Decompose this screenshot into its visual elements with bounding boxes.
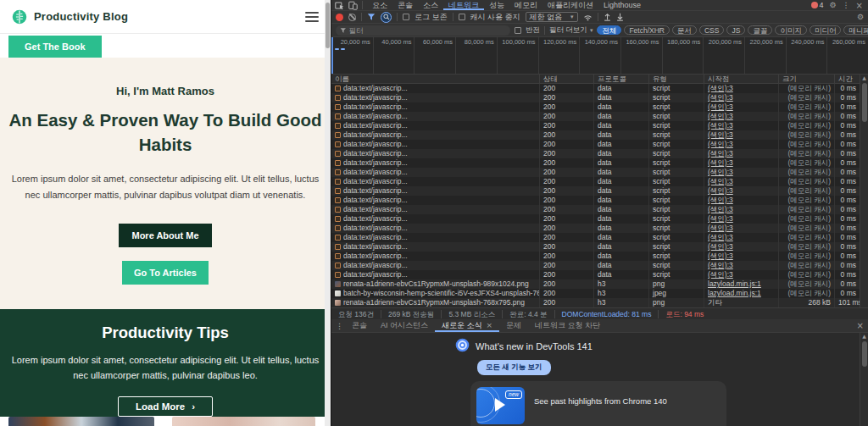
initiator-link[interactable]: (색인):3 (708, 168, 733, 176)
network-conditions-icon[interactable] (583, 13, 593, 21)
filter-chip[interactable]: 글꼴 (748, 25, 772, 35)
clear-network-log-icon[interactable] (348, 14, 356, 21)
see-all-features-button[interactable]: 모든 새 기능 보기 (477, 360, 551, 375)
initiator-link[interactable]: (색인):3 (708, 205, 733, 213)
network-request-row[interactable]: data:text/javascrip...200datascript(색인):… (331, 140, 860, 149)
network-request-row[interactable]: data:text/javascrip...200datascript(색인):… (331, 186, 860, 196)
drawer-tab[interactable]: 문제 (499, 319, 528, 332)
network-request-row[interactable]: data:text/javascrip...200datascript(색인):… (331, 270, 860, 279)
column-header[interactable]: 상태 (540, 75, 594, 83)
column-header[interactable]: 크기 (779, 75, 835, 83)
initiator-link[interactable]: (색인):3 (708, 214, 733, 223)
initiator-link[interactable]: (색인):3 (708, 242, 733, 251)
settings-gear-icon[interactable]: ⚙ (830, 1, 837, 9)
initiator-link[interactable]: (색인):3 (708, 130, 733, 139)
filter-chip[interactable]: 미디어 (810, 25, 842, 35)
disable-cache-checkbox[interactable] (459, 14, 465, 20)
network-request-row[interactable]: data:text/javascrip...200datascript(색인):… (331, 205, 860, 214)
drawer-tab[interactable]: AI 어시스턴스 (374, 319, 435, 332)
initiator-link[interactable]: (색인):3 (708, 186, 733, 195)
filter-chip[interactable]: 매니페스트 (843, 25, 868, 35)
devtools-tab[interactable]: 메모리 (509, 0, 542, 10)
initiator-link[interactable]: (색인):3 (708, 233, 733, 241)
article-thumbnail[interactable] (172, 417, 315, 426)
search-icon[interactable] (381, 12, 392, 23)
network-request-row[interactable]: data:text/javascrip...200datascript(색인):… (331, 158, 860, 168)
initiator-link[interactable]: (색인):3 (708, 224, 733, 232)
network-request-row[interactable]: data:text/javascrip...200datascript(색인):… (331, 214, 860, 224)
preserve-log-checkbox[interactable] (403, 14, 409, 20)
initiator-link[interactable]: (색인):3 (708, 270, 733, 279)
filter-input-box[interactable] (336, 25, 510, 36)
scroll-up-icon[interactable]: ▲ (860, 333, 868, 340)
initiator-link[interactable]: (색인):3 (708, 84, 733, 92)
invert-filter-checkbox[interactable] (515, 27, 521, 34)
devtools-tab[interactable]: 소스 (418, 0, 443, 10)
column-header[interactable]: 유형 (649, 75, 704, 83)
network-request-row[interactable]: data:text/javascrip...200datascript(색인):… (331, 252, 860, 261)
network-request-row[interactable]: data:text/javascrip...200datascript(색인):… (331, 224, 860, 233)
scrollbar-thumb[interactable] (326, 3, 330, 48)
filter-chip[interactable]: JS (726, 25, 745, 35)
menu-icon[interactable] (305, 12, 319, 22)
drawer-tab[interactable]: 네트워크 요청 차단 (528, 319, 607, 332)
network-table-header[interactable]: 이름상태프로토콜유형시작점크기시간 (331, 75, 860, 84)
network-overview-timeline[interactable]: 20,000 ms40,000 ms60,000 ms80,000 ms100,… (331, 37, 868, 75)
throttling-select[interactable]: 제한 없음 ▾ (526, 12, 578, 22)
filter-chip[interactable]: CSS (699, 25, 724, 35)
drawer-tab[interactable]: 콘솔 (345, 319, 374, 332)
network-request-row[interactable]: data:text/javascrip...200datascript(색인):… (331, 84, 860, 93)
initiator-link[interactable]: (색인):3 (708, 93, 733, 102)
initiator-link[interactable]: (색인):3 (708, 261, 733, 269)
table-scrollbar[interactable]: ▲ (860, 75, 868, 307)
close-drawer-icon[interactable]: × (857, 321, 864, 330)
network-request-row[interactable]: renata-a1drienn-ebvCs1RypmxM-unsplash-76… (331, 298, 860, 307)
drawer-more-icon[interactable]: ⋮ (336, 322, 343, 330)
more-about-me-button[interactable]: More About Me (119, 224, 211, 247)
initiator-link[interactable]: lazyload.min.js:1 (708, 279, 761, 288)
more-options-icon[interactable]: ⋮ (843, 1, 850, 9)
network-request-row[interactable]: renata-a1drienn-ebvCs1RypmxM-unsplash-98… (331, 279, 860, 289)
network-request-row[interactable]: data:text/javascrip...200datascript(색인):… (331, 149, 860, 158)
network-request-row[interactable]: data:text/javascrip...200datascript(색인):… (331, 112, 860, 121)
scroll-up-icon[interactable]: ▲ (860, 75, 868, 81)
network-request-row[interactable]: batch-by-wisconsin-hemp-scientific-i5V-e… (331, 289, 860, 298)
record-network-log-icon[interactable] (336, 14, 343, 21)
initiator-link[interactable]: (색인):3 (708, 252, 733, 260)
initiator-link[interactable]: lazyload.min.js:1 (708, 289, 761, 297)
network-request-row[interactable]: data:text/javascrip...200datascript(색인):… (331, 233, 860, 242)
filter-input[interactable] (349, 26, 506, 35)
error-count-badge[interactable]: 4 (811, 1, 824, 9)
initiator-link[interactable]: (색인):3 (708, 196, 733, 204)
go-to-articles-button[interactable]: Go To Articles (122, 261, 209, 285)
network-request-row[interactable]: data:text/javascrip...200datascript(색인):… (331, 196, 860, 205)
network-request-row[interactable]: data:text/javascrip...200datascript(색인):… (331, 121, 860, 130)
page-scrollbar[interactable] (325, 0, 331, 426)
video-thumbnail[interactable]: new (476, 387, 525, 424)
close-devtools-icon[interactable]: × (856, 1, 863, 10)
export-har-icon[interactable] (616, 13, 624, 21)
devtools-tab[interactable]: 콘솔 (392, 0, 418, 10)
devtools-tab[interactable]: Lighthouse (598, 0, 646, 10)
initiator-link[interactable]: (색인):3 (708, 112, 733, 120)
close-tab-icon[interactable]: × (487, 321, 493, 329)
device-toolbar-icon[interactable] (348, 1, 358, 10)
filter-chip[interactable]: Fetch/XHR (624, 25, 670, 35)
scrollbar-thumb[interactable] (862, 341, 867, 367)
filter-chip[interactable]: 이미지 (775, 25, 807, 35)
network-request-row[interactable]: data:text/javascrip...200datascript(색인):… (331, 168, 860, 177)
column-header[interactable]: 시작점 (704, 75, 779, 83)
network-request-row[interactable]: data:text/javascrip...200datascript(색인):… (331, 102, 860, 112)
network-settings-gear-icon[interactable]: ⚙ (857, 13, 864, 21)
network-request-row[interactable]: data:text/javascrip...200datascript(색인):… (331, 130, 860, 140)
inspect-element-icon[interactable] (335, 1, 344, 10)
initiator-link[interactable]: (색인):3 (708, 158, 733, 167)
article-thumbnail[interactable] (8, 417, 154, 426)
column-header[interactable]: 이름 (331, 75, 540, 83)
network-request-row[interactable]: data:text/javascrip...200datascript(색인):… (331, 93, 860, 102)
filter-chip[interactable]: 문서 (672, 25, 697, 35)
drawer-scrollbar[interactable]: ▲ (860, 333, 868, 426)
devtools-tab[interactable]: 네트워크 (443, 0, 484, 10)
network-request-row[interactable]: data:text/javascrip...200datascript(색인):… (331, 177, 860, 186)
initiator-link[interactable]: (색인):3 (708, 140, 733, 148)
